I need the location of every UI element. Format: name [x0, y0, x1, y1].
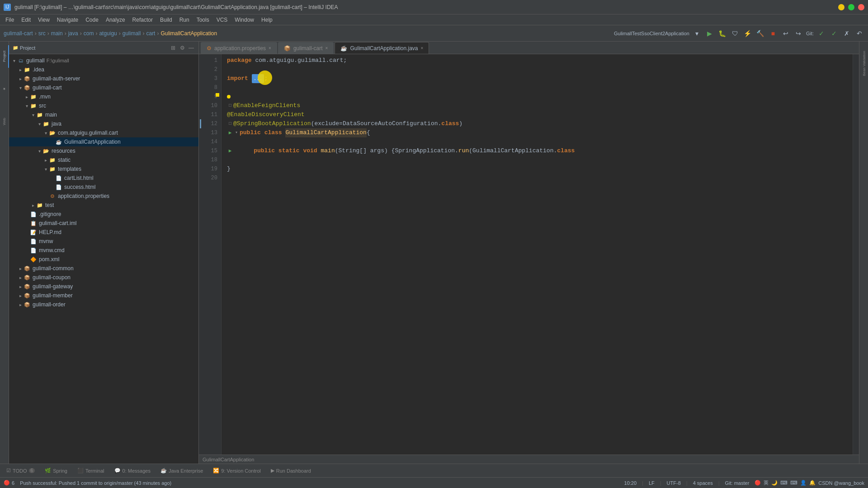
tree-item-java[interactable]: ▾ 📁 java [9, 119, 198, 128]
status-indent[interactable]: 4 spaces [693, 480, 713, 486]
git-tick-button[interactable]: ✓ [829, 28, 839, 38]
menu-tools[interactable]: Tools [193, 16, 213, 24]
breadcrumb-com[interactable]: com [84, 30, 94, 37]
bottom-tab-vcs[interactable]: 🔀 9: Version Control [208, 465, 265, 477]
run-button[interactable]: ▶ [705, 28, 715, 38]
tree-item-coupon[interactable]: ▸ 📦 gulimall-coupon [9, 273, 198, 282]
tree-item-pom[interactable]: 🔶 pom.xml [9, 255, 198, 264]
tab-application-properties[interactable]: ⚙ application.properties × [201, 42, 277, 54]
breadcrumb-cart[interactable]: cart [146, 30, 155, 37]
profile-button[interactable]: ⚡ [743, 28, 753, 38]
sidebar-tab-project[interactable]: Project [0, 45, 9, 68]
tree-item-templates[interactable]: ▾ 📁 templates [9, 164, 198, 174]
tree-item-auth-server[interactable]: ▸ 📦 gulimall-auth-server [9, 74, 198, 83]
breadcrumb-module[interactable]: gulimall-cart [4, 30, 33, 37]
git-revert-button[interactable]: ↶ [854, 28, 864, 38]
tab-close-props[interactable]: × [269, 46, 271, 51]
menu-window[interactable]: Window [231, 16, 258, 24]
breadcrumb-java[interactable]: java [68, 30, 78, 37]
build-button[interactable]: 🔨 [755, 28, 765, 38]
run-gutter-15[interactable]: ▶ [227, 146, 233, 155]
stop-button[interactable]: ■ [768, 28, 778, 38]
tree-item-gulimall[interactable]: ▾ 🗂 gulimall F:\gulimall [9, 56, 198, 65]
tree-item-mvn[interactable]: ▸ 📁 .mvn [9, 92, 198, 101]
menu-navigate[interactable]: Navigate [53, 16, 82, 24]
menu-file[interactable]: File [2, 16, 18, 24]
tree-item-package[interactable]: ▾ 📂 com.atguigu.gulimall.cart [9, 128, 198, 137]
menu-build[interactable]: Build [156, 16, 176, 24]
git-check-button[interactable]: ✓ [816, 28, 826, 38]
project-collapse-button[interactable]: — [188, 44, 195, 52]
tab-close-app[interactable]: × [421, 46, 424, 51]
tree-item-mvnw[interactable]: 📄 mvnw [9, 237, 198, 246]
code-content[interactable]: package com.atguigu.gulimall.cart ; impo… [222, 54, 853, 455]
tab-gulimall-cart[interactable]: 📦 gulimall-cart × [278, 42, 334, 54]
breadcrumb-class[interactable]: GulimallCartApplication [160, 30, 217, 37]
status-linesep[interactable]: LF [649, 480, 655, 486]
tree-item-mvnwcmd[interactable]: 📄 mvnw.cmd [9, 246, 198, 255]
menu-bar: File Edit View Navigate Code Analyze Ref… [0, 14, 868, 25]
tree-item-member[interactable]: ▸ 📦 gulimall-member [9, 291, 198, 300]
minimize-button[interactable]: − [838, 4, 844, 10]
bottom-tab-todo[interactable]: ☑ TODO 6 [2, 465, 39, 477]
menu-vcs[interactable]: VCS [213, 16, 231, 24]
tree-item-cartlist[interactable]: 📄 cartList.html [9, 174, 198, 183]
tree-item-gateway[interactable]: ▸ 📦 gulimall-gateway [9, 282, 198, 291]
tree-item-test[interactable]: ▸ 📁 test [9, 201, 198, 210]
debug-button[interactable]: 🐛 [717, 28, 727, 38]
tree-item-static[interactable]: ▸ 📁 static [9, 155, 198, 164]
code-editor[interactable]: 1 2 3 8 9 10 11 12 13 14 15 18 19 [199, 54, 859, 455]
folder-icon-templates: 📁 [49, 165, 56, 173]
tab-gulimall-cart-app[interactable]: ☕ GulimallCartApplication.java × [335, 42, 429, 54]
bottom-tab-terminal[interactable]: ⬛ Terminal [73, 465, 109, 477]
tree-item-cart[interactable]: ▾ 📦 gulimall-cart [9, 83, 198, 92]
breadcrumb-main[interactable]: main [51, 30, 63, 37]
punc-brace: { [367, 128, 370, 137]
bottom-tab-spring[interactable]: 🌿 Spring [40, 465, 72, 477]
run-gutter-13[interactable]: ▶ [227, 128, 233, 137]
tree-item-order[interactable]: ▸ 📦 gulimall-order [9, 300, 198, 309]
project-sync-button[interactable]: ⊞ [170, 44, 177, 52]
next-button[interactable]: ↪ [793, 28, 803, 38]
sidebar-tab-favorites[interactable]: ★ [0, 78, 9, 100]
status-position[interactable]: 10:20 [624, 480, 637, 486]
close-button[interactable]: × [858, 4, 864, 10]
menu-edit[interactable]: Edit [18, 16, 34, 24]
bottom-tab-run-dashboard[interactable]: ▶ Run Dashboard [266, 465, 316, 477]
bottom-tab-messages[interactable]: 💬 0: Messages [110, 465, 155, 477]
menu-help[interactable]: Help [258, 16, 276, 24]
project-settings-button[interactable]: ⚙ [179, 44, 186, 52]
bottom-tab-java-enterprise[interactable]: ☕ Java Enterprise [156, 465, 208, 477]
status-git[interactable]: Git: master [725, 480, 750, 486]
tab-close-cart[interactable]: × [326, 46, 328, 51]
menu-refactor[interactable]: Refactor [129, 16, 156, 24]
tree-item-iml[interactable]: 📋 gulimall-cart.iml [9, 219, 198, 228]
tree-item-common[interactable]: ▸ 📦 gulimall-common [9, 264, 198, 273]
menu-code[interactable]: Code [82, 16, 102, 24]
tree-item-appprop[interactable]: ⚙ application.properties [9, 192, 198, 201]
menu-view[interactable]: View [34, 16, 53, 24]
breadcrumb-src[interactable]: src [38, 30, 46, 37]
status-encoding[interactable]: UTF-8 [667, 480, 681, 486]
breadcrumb-atguigu[interactable]: atguigu [99, 30, 117, 37]
tree-item-gulimall-cart-app[interactable]: ☕ GulimallCartApplication [9, 137, 198, 146]
run-config-dropdown[interactable]: ▾ [692, 28, 702, 38]
breadcrumb-gulimall[interactable]: gulimall [123, 30, 141, 37]
tree-item-resources[interactable]: ▾ 📂 resources [9, 146, 198, 155]
sidebar-tab-web[interactable]: Web [0, 110, 9, 133]
tree-item-gitignore[interactable]: 📄 .gitignore [9, 210, 198, 219]
previous-button[interactable]: ↩ [781, 28, 791, 38]
menu-analyze[interactable]: Analyze [102, 16, 129, 24]
maximize-button[interactable]: □ [848, 4, 854, 10]
git-x-button[interactable]: ✗ [842, 28, 852, 38]
keyword-public-class: public [240, 128, 261, 137]
import-collapsed[interactable]: ... [252, 74, 264, 83]
right-tab-bean-validation[interactable]: Bean Validation [859, 45, 868, 81]
tree-item-src[interactable]: ▾ 📁 src [9, 101, 198, 110]
tree-item-idea[interactable]: ▸ 📁 .idea [9, 65, 198, 74]
coverage-button[interactable]: 🛡 [730, 28, 740, 38]
tree-item-helpmd[interactable]: 📝 HELP.md [9, 228, 198, 237]
tree-item-success[interactable]: 📄 success.html [9, 183, 198, 192]
tree-item-main[interactable]: ▾ 📁 main [9, 110, 198, 119]
menu-run[interactable]: Run [176, 16, 193, 24]
